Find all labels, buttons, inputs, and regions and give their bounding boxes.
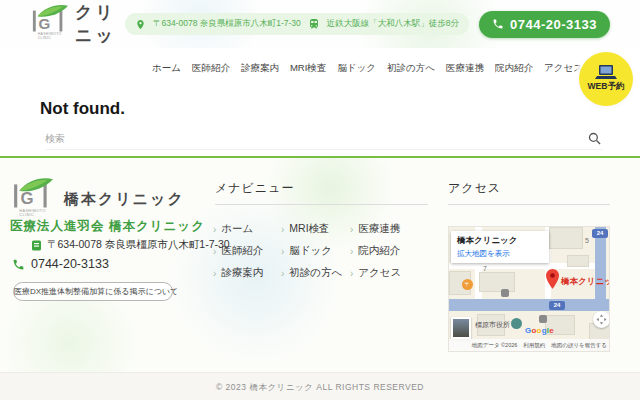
chevron-right-icon: › <box>281 224 284 235</box>
clinic-logo-icon <box>10 176 56 222</box>
nav-item-first-visit[interactable]: 初診の方へ <box>387 62 435 75</box>
city-hall-icon <box>511 318 522 329</box>
route-shield: 24 <box>549 301 565 310</box>
web-reserve-label: WEB予約 <box>588 81 625 93</box>
main-content: Not found. <box>0 88 640 156</box>
map-terms-link[interactable]: 利用規約 <box>523 342 545 349</box>
search-button[interactable] <box>586 130 603 147</box>
phone-icon <box>492 18 504 30</box>
map-pin-icon <box>135 19 146 30</box>
chevron-right-icon: › <box>213 268 216 279</box>
footer-access-divider <box>448 204 610 205</box>
footer-link-medical-coop[interactable]: ›医療連携 <box>350 222 401 236</box>
map-label-5: 5 <box>585 237 589 244</box>
corporation-name: 医療法人進羽会 橋本クリニック <box>10 218 205 235</box>
chevron-right-icon: › <box>213 224 216 235</box>
map-building <box>567 255 589 267</box>
footer-link-facility[interactable]: ›院内紹介 <box>350 244 401 258</box>
footer: 橋本クリニック 医療法人進羽会 橋本クリニック 〒634-0078 奈良県橿原市… <box>0 158 640 372</box>
header-address: 〒634-0078 奈良県橿原市八木町1-7-30 <box>153 18 301 30</box>
phone-button[interactable]: 0744-20-3133 <box>479 11 610 38</box>
map-building <box>549 227 583 249</box>
page: 橋本クリニック 〒634-0078 奈良県橿原市八木町1-7-30 近鉄大阪線「… <box>0 0 640 400</box>
chevron-right-icon: › <box>350 246 353 257</box>
web-reserve-badge[interactable]: WEB予約 <box>579 52 633 106</box>
clinic-logo-icon <box>31 3 69 45</box>
footer-address: 〒634-0078 奈良県橿原市八木町1-7-30 <box>47 238 230 252</box>
nav-item-access[interactable]: アクセス <box>544 62 583 75</box>
chevron-right-icon: › <box>350 268 353 279</box>
page-title: Not found. <box>40 99 125 119</box>
footer-menu-heading: メナビニュー <box>215 180 294 197</box>
footer-address-row: 〒634-0078 奈良県橿原市八木町1-7-30 <box>31 238 230 252</box>
train-icon <box>308 18 320 30</box>
google-logo: Google <box>525 326 554 335</box>
footer-phone-number: 0744-20-3133 <box>31 257 109 271</box>
nav-item-mri[interactable]: MRI検査 <box>290 62 326 75</box>
nav-item-brain-dock[interactable]: 脳ドック <box>337 62 376 75</box>
map-route-road <box>449 299 610 311</box>
footer-menu-col-1: ›ホーム ›医師紹介 ›診療案内 <box>213 222 263 280</box>
footer-link-brain-dock[interactable]: ›脳ドック <box>281 244 342 258</box>
map-poi-icon <box>539 315 547 323</box>
footer-link-home[interactable]: ›ホーム <box>213 222 263 236</box>
footer-phone-row[interactable]: 0744-20-3133 <box>12 257 109 271</box>
map-label-7: 7 <box>483 265 487 272</box>
map-marker-label: 橋本クリニック <box>561 276 610 288</box>
copyright-bar: © 2023 橋本クリニック ALL RIGHTS RESERVED <box>0 372 640 400</box>
route-shield: 24 <box>592 229 608 238</box>
nav-item-doctors[interactable]: 医師紹介 <box>192 62 230 75</box>
nav-item-home[interactable]: ホーム <box>152 62 181 75</box>
header-station: 近鉄大阪線「大和八木駅」徒歩8分 <box>327 18 459 30</box>
post-office-icon: 〒 <box>462 279 473 290</box>
map-marker-icon[interactable] <box>545 269 560 293</box>
footer-site-title: 橋本クリニック <box>64 190 185 209</box>
chevron-right-icon: › <box>281 268 284 279</box>
map-attribution: 地図データ ©2026 利用規約 地図の誤りを報告する <box>449 339 610 351</box>
map-poi-icon <box>501 289 509 297</box>
map-enlarge-link[interactable]: 拡大地図を表示 <box>457 249 543 259</box>
header-phone-number: 0744-20-3133 <box>510 17 597 32</box>
footer-menu-col-3: ›医療連携 ›院内紹介 ›アクセス <box>350 222 401 280</box>
map-info-title: 橋本クリニック <box>457 235 543 247</box>
street-view-thumbnail[interactable] <box>451 317 471 339</box>
footer-link-mri[interactable]: ›MRI検査 <box>281 222 342 236</box>
map-building <box>479 272 515 292</box>
map-pan-control[interactable] <box>593 311 610 328</box>
city-hall-label: 橿原市役所 <box>475 320 510 330</box>
map-info-window: 橋本クリニック 拡大地図を表示 <box>451 231 549 263</box>
header-info-pill: 〒634-0078 奈良県橿原市八木町1-7-30 近鉄大阪線「大和八木駅」徒歩… <box>125 13 469 35</box>
building-icon <box>31 240 42 251</box>
phone-icon <box>12 258 25 271</box>
footer-link-services[interactable]: ›診療案内 <box>213 266 263 280</box>
main-nav: ホーム 医師紹介 診療案内 MRI検査 脳ドック 初診の方へ 医療連携 院内紹介… <box>0 48 640 88</box>
footer-menu-col-2: ›MRI検査 ›脳ドック ›初診の方へ <box>281 222 342 280</box>
map-report-link[interactable]: 地図の誤りを報告する <box>551 342 607 349</box>
nav-item-facility[interactable]: 院内紹介 <box>495 62 533 75</box>
chevron-right-icon: › <box>350 224 353 235</box>
copyright-text: © 2023 橋本クリニック ALL RIGHTS RESERVED <box>216 382 424 392</box>
header: 橋本クリニック 〒634-0078 奈良県橿原市八木町1-7-30 近鉄大阪線「… <box>0 0 640 48</box>
map-data-label: 地図データ ©2026 <box>472 342 518 349</box>
footer-link-doctors[interactable]: ›医師紹介 <box>213 244 263 258</box>
laptop-icon <box>595 65 617 80</box>
chevron-right-icon: › <box>213 246 216 257</box>
search-form <box>45 128 603 150</box>
google-map-embed[interactable]: 24 24 5 7 〒 橿原市役所 橋本クリニック 拡大地図を表示 橋 <box>448 226 610 352</box>
dx-notice-button[interactable]: 医療DX推進体制整備加算に係る掲示について <box>13 282 173 301</box>
nav-item-medical-coop[interactable]: 医療連携 <box>446 62 484 75</box>
footer-link-first-visit[interactable]: ›初診の方へ <box>281 266 342 280</box>
search-icon <box>588 132 601 145</box>
chevron-right-icon: › <box>281 246 284 257</box>
footer-menu-divider <box>215 204 428 205</box>
footer-access-heading: アクセス <box>448 180 501 197</box>
nav-item-services[interactable]: 診療案内 <box>241 62 279 75</box>
search-input[interactable] <box>45 133 586 144</box>
footer-link-access[interactable]: ›アクセス <box>350 266 401 280</box>
footer-logo: 橋本クリニック <box>10 176 185 222</box>
